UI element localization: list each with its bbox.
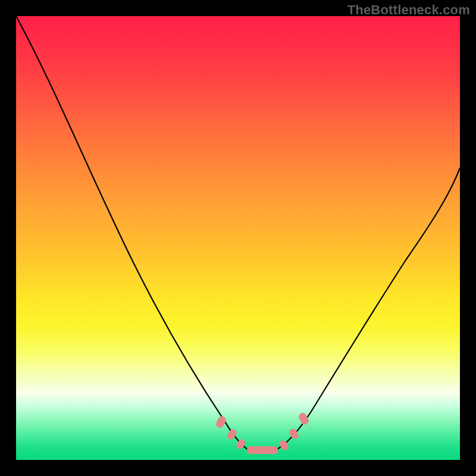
marker-flat bbox=[247, 446, 278, 454]
marker bbox=[215, 415, 227, 429]
curve-left-arm bbox=[16, 16, 249, 450]
chart-frame: TheBottleneck.com bbox=[0, 0, 476, 476]
curve-right-arm bbox=[275, 168, 460, 450]
chart-svg bbox=[16, 16, 460, 460]
marker bbox=[298, 412, 310, 426]
bottom-marker-group bbox=[215, 412, 310, 454]
